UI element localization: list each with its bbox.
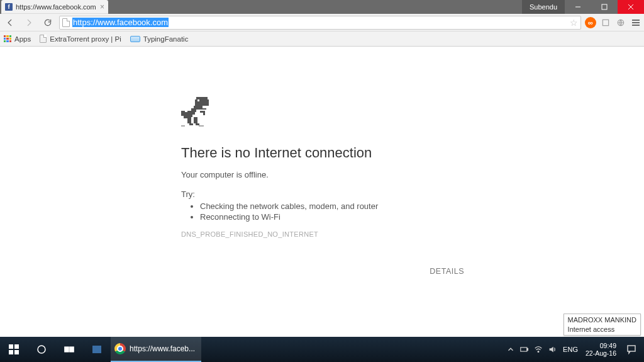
tray-clock[interactable]: 09:49 22-Aug-16 bbox=[583, 342, 619, 357]
taskbar-chrome-title: https://www.faceb... bbox=[130, 344, 195, 353]
error-suggestion-list: Checking the network cables, modem, and … bbox=[200, 201, 464, 222]
forward-button[interactable] bbox=[21, 15, 36, 30]
svg-rect-7 bbox=[195, 99, 209, 106]
tray-date: 22-Aug-16 bbox=[586, 349, 616, 357]
bookmark-typingfanatic[interactable]: TypingFanatic bbox=[130, 35, 189, 43]
keyboard-icon bbox=[130, 36, 140, 42]
svg-rect-21 bbox=[197, 99, 199, 101]
extension-placeholder-icon[interactable] bbox=[600, 17, 611, 28]
svg-rect-1 bbox=[602, 4, 607, 9]
window-maximize-button[interactable] bbox=[591, 0, 618, 14]
bookmark-star-icon[interactable]: ☆ bbox=[570, 18, 578, 28]
page-content: There is no Internet connection Your com… bbox=[0, 47, 644, 336]
svg-rect-20 bbox=[196, 123, 199, 125]
svg-rect-16 bbox=[203, 113, 205, 115]
offline-error-block: There is no Internet connection Your com… bbox=[181, 97, 464, 238]
back-button[interactable] bbox=[3, 15, 18, 30]
apps-button[interactable]: Apps bbox=[4, 35, 31, 43]
details-button[interactable]: DETAILS bbox=[430, 267, 464, 276]
windows-taskbar: https://www.faceb... ENG 09:49 22-Aug-16 bbox=[0, 337, 644, 362]
svg-rect-18 bbox=[194, 117, 197, 123]
tooltip-line1: MADROXX MANKIND bbox=[568, 315, 636, 324]
task-view-button[interactable] bbox=[55, 337, 83, 362]
svg-rect-26 bbox=[9, 350, 13, 354]
svg-rect-33 bbox=[527, 348, 528, 350]
svg-rect-29 bbox=[65, 347, 69, 352]
window-user-badge[interactable]: Subendu bbox=[522, 0, 565, 14]
cortana-button[interactable] bbox=[28, 337, 55, 362]
network-tooltip: MADROXX MANKIND Internet access bbox=[564, 314, 641, 336]
window-minimize-button[interactable] bbox=[565, 0, 591, 14]
page-icon bbox=[40, 35, 47, 43]
bookmark-extratorrent[interactable]: ExtraTorrent proxy | Pi bbox=[40, 35, 121, 43]
tray-battery-icon[interactable] bbox=[519, 337, 530, 362]
tray-time: 09:49 bbox=[586, 342, 616, 349]
apps-grid-icon bbox=[4, 35, 11, 43]
action-center-button[interactable] bbox=[621, 337, 641, 362]
error-suggestion: Reconnecting to Wi-Fi bbox=[200, 212, 464, 222]
start-button[interactable] bbox=[0, 337, 28, 362]
svg-point-28 bbox=[38, 346, 45, 353]
omnibox[interactable]: https://www.facebook.com ☆ bbox=[59, 16, 581, 30]
svg-rect-32 bbox=[521, 348, 527, 351]
svg-rect-14 bbox=[181, 111, 185, 116]
tray-wifi-icon[interactable] bbox=[533, 337, 544, 362]
svg-rect-31 bbox=[92, 346, 101, 353]
svg-rect-30 bbox=[70, 347, 74, 352]
bookmark-label: ExtraTorrent proxy | Pi bbox=[50, 35, 121, 43]
error-heading: There is no Internet connection bbox=[181, 145, 464, 161]
tray-chevron-icon[interactable] bbox=[505, 337, 516, 362]
svg-rect-19 bbox=[189, 123, 193, 125]
dino-icon bbox=[181, 97, 209, 127]
bookmark-label: TypingFanatic bbox=[143, 35, 189, 43]
pinned-app-icon[interactable] bbox=[83, 337, 111, 362]
svg-rect-15 bbox=[200, 111, 205, 113]
tray-volume-icon[interactable] bbox=[547, 337, 558, 362]
chrome-menu-button[interactable] bbox=[630, 20, 641, 26]
chrome-icon bbox=[114, 343, 126, 354]
error-subheading: Your computer is offline. bbox=[181, 170, 464, 179]
page-icon bbox=[62, 18, 70, 27]
tab-title: https://www.facebook.com bbox=[16, 3, 97, 11]
apps-label: Apps bbox=[14, 35, 31, 43]
facebook-favicon-icon: f bbox=[5, 3, 13, 11]
extension-icon[interactable]: ∞ bbox=[585, 17, 596, 28]
svg-rect-27 bbox=[14, 350, 19, 354]
taskbar-chrome-window[interactable]: https://www.faceb... bbox=[111, 337, 201, 362]
svg-rect-35 bbox=[628, 346, 635, 351]
bookmark-bar: Apps ExtraTorrent proxy | Pi TypingFanat… bbox=[0, 31, 644, 47]
browser-tab-active[interactable]: f https://www.facebook.com × bbox=[1, 0, 108, 14]
globe-icon[interactable] bbox=[615, 17, 626, 28]
reload-button[interactable] bbox=[40, 15, 55, 30]
error-suggestion: Checking the network cables, modem, and … bbox=[200, 201, 464, 211]
tab-close-icon[interactable]: × bbox=[100, 3, 104, 11]
omnibox-url: https://www.facebook.com bbox=[72, 16, 567, 29]
svg-rect-4 bbox=[602, 20, 608, 25]
error-code: DNS_PROBE_FINISHED_NO_INTERNET bbox=[181, 230, 464, 238]
tooltip-line2: Internet access bbox=[568, 325, 636, 334]
window-close-button[interactable] bbox=[618, 0, 644, 14]
error-try-label: Try: bbox=[181, 189, 464, 199]
browser-toolbar: https://www.facebook.com ☆ ∞ bbox=[0, 14, 644, 31]
svg-rect-6 bbox=[196, 97, 208, 99]
svg-rect-9 bbox=[195, 108, 206, 110]
svg-point-34 bbox=[538, 351, 539, 353]
svg-rect-25 bbox=[14, 344, 19, 349]
tray-language[interactable]: ENG bbox=[560, 346, 580, 353]
svg-rect-24 bbox=[9, 344, 13, 349]
svg-rect-17 bbox=[187, 117, 191, 123]
